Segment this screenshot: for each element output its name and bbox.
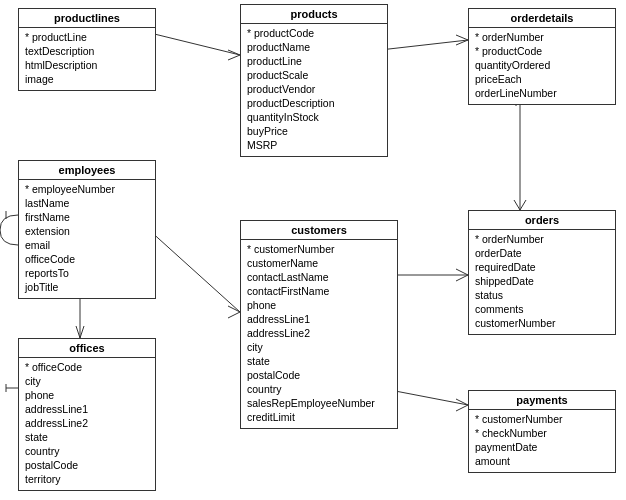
field-orders-status: status <box>475 288 609 302</box>
field-offices-officeCode: * officeCode <box>25 360 149 374</box>
entity-customers: customers * customerNumber customerName … <box>240 220 398 429</box>
entity-products: products * productCode productName produ… <box>240 4 388 157</box>
field-customers-customerName: customerName <box>247 256 391 270</box>
field-offices-territory: territory <box>25 472 149 486</box>
erd-diagram: productlines * productLine textDescripti… <box>0 0 626 500</box>
field-customers-state: state <box>247 354 391 368</box>
entity-offices: offices * officeCode city phone addressL… <box>18 338 156 491</box>
svg-line-12 <box>76 326 80 338</box>
field-products-productLine: productLine <box>247 54 381 68</box>
field-productline-image: image <box>25 72 149 86</box>
field-productline-htmlDescription: htmlDescription <box>25 58 149 72</box>
field-products-buyPrice: buyPrice <box>247 124 381 138</box>
field-offices-addressLine2: addressLine2 <box>25 416 149 430</box>
entity-orderdetails-body: * orderNumber * productCode quantityOrde… <box>469 28 615 104</box>
field-products-productName: productName <box>247 40 381 54</box>
entity-orders: orders * orderNumber orderDate requiredD… <box>468 210 616 335</box>
entity-customers-header: customers <box>241 221 397 240</box>
field-orderdetails-orderLineNumber: orderLineNumber <box>475 86 609 100</box>
entity-productlines-body: * productLine textDescription htmlDescri… <box>19 28 155 90</box>
entity-offices-body: * officeCode city phone addressLine1 add… <box>19 358 155 490</box>
entity-payments-header: payments <box>469 391 615 410</box>
field-offices-country: country <box>25 444 149 458</box>
entity-productlines: productlines * productLine textDescripti… <box>18 8 156 91</box>
entity-employees: employees * employeeNumber lastName firs… <box>18 160 156 299</box>
field-orders-requiredDate: requiredDate <box>475 260 609 274</box>
field-products-productScale: productScale <box>247 68 381 82</box>
svg-line-13 <box>80 326 84 338</box>
field-employees-jobTitle: jobTitle <box>25 280 149 294</box>
field-orders-shippedDate: shippedDate <box>475 274 609 288</box>
svg-line-6 <box>456 35 468 40</box>
field-products-productCode: * productCode <box>247 26 381 40</box>
svg-line-27 <box>520 200 526 210</box>
svg-line-5 <box>380 40 468 50</box>
entity-orderdetails-header: orderdetails <box>469 9 615 28</box>
field-orders-customerNumber: customerNumber <box>475 316 609 330</box>
field-orderdetails-orderNumber: * orderNumber <box>475 30 609 44</box>
field-payments-paymentDate: paymentDate <box>475 440 609 454</box>
entity-products-body: * productCode productName productLine pr… <box>241 24 387 156</box>
field-employees-extension: extension <box>25 224 149 238</box>
field-customers-addressLine1: addressLine1 <box>247 312 391 326</box>
field-products-MSRP: MSRP <box>247 138 381 152</box>
field-payments-amount: amount <box>475 454 609 468</box>
field-customers-contactFirstName: contactFirstName <box>247 284 391 298</box>
field-employees-firstName: firstName <box>25 210 149 224</box>
entity-employees-header: employees <box>19 161 155 180</box>
svg-line-20 <box>456 269 468 275</box>
svg-line-30 <box>456 405 468 411</box>
field-offices-postalCode: postalCode <box>25 458 149 472</box>
field-orders-comments: comments <box>475 302 609 316</box>
field-orderdetails-productCode: * productCode <box>475 44 609 58</box>
field-orders-orderNumber: * orderNumber <box>475 232 609 246</box>
entity-productlines-header: productlines <box>19 9 155 28</box>
field-productline-textDescription: textDescription <box>25 44 149 58</box>
field-offices-state: state <box>25 430 149 444</box>
field-productline-productLine: * productLine <box>25 30 149 44</box>
svg-line-17 <box>228 312 240 318</box>
field-customers-city: city <box>247 340 391 354</box>
svg-line-2 <box>228 55 240 60</box>
entity-products-header: products <box>241 5 387 24</box>
svg-line-1 <box>228 50 240 55</box>
field-products-quantityInStock: quantityInStock <box>247 110 381 124</box>
field-offices-phone: phone <box>25 388 149 402</box>
svg-line-16 <box>228 306 240 312</box>
field-employees-lastName: lastName <box>25 196 149 210</box>
field-customers-phone: phone <box>247 298 391 312</box>
field-employees-email: email <box>25 238 149 252</box>
entity-orderdetails: orderdetails * orderNumber * productCode… <box>468 8 616 105</box>
field-payments-checkNumber: * checkNumber <box>475 426 609 440</box>
field-employees-officeCode: officeCode <box>25 252 149 266</box>
field-products-productVendor: productVendor <box>247 82 381 96</box>
entity-orders-body: * orderNumber orderDate requiredDate shi… <box>469 230 615 334</box>
field-employees-employeeNumber: * employeeNumber <box>25 182 149 196</box>
entity-offices-header: offices <box>19 339 155 358</box>
field-customers-creditLimit: creditLimit <box>247 410 391 424</box>
field-customers-postalCode: postalCode <box>247 368 391 382</box>
field-customers-customerNumber: * customerNumber <box>247 242 391 256</box>
field-customers-addressLine2: addressLine2 <box>247 326 391 340</box>
field-customers-country: country <box>247 382 391 396</box>
field-offices-city: city <box>25 374 149 388</box>
field-customers-salesRepEmployeeNumber: salesRepEmployeeNumber <box>247 396 391 410</box>
field-orderdetails-quantityOrdered: quantityOrdered <box>475 58 609 72</box>
entity-payments-body: * customerNumber * checkNumber paymentDa… <box>469 410 615 472</box>
svg-line-26 <box>514 200 520 210</box>
entity-employees-body: * employeeNumber lastName firstName exte… <box>19 180 155 298</box>
field-orders-orderDate: orderDate <box>475 246 609 260</box>
entity-payments: payments * customerNumber * checkNumber … <box>468 390 616 473</box>
entity-orders-header: orders <box>469 211 615 230</box>
entity-customers-body: * customerNumber customerName contactLas… <box>241 240 397 428</box>
field-customers-contactLastName: contactLastName <box>247 270 391 284</box>
svg-line-7 <box>456 40 468 45</box>
field-payments-customerNumber: * customerNumber <box>475 412 609 426</box>
field-orderdetails-priceEach: priceEach <box>475 72 609 86</box>
field-products-productDescription: productDescription <box>247 96 381 110</box>
svg-line-29 <box>456 399 468 405</box>
svg-line-28 <box>390 390 468 405</box>
svg-line-21 <box>456 275 468 281</box>
field-employees-reportsTo: reportsTo <box>25 266 149 280</box>
field-offices-addressLine1: addressLine1 <box>25 402 149 416</box>
